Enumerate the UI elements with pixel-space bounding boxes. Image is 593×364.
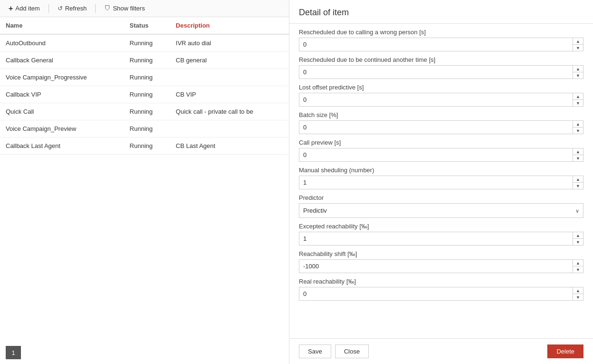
detail-body: Rescheduled due to calling a wrong perso…: [289, 24, 593, 338]
label-lost_offset: Lost offset predictive [s]: [299, 84, 583, 91]
spinners-real_reachability: ▲▼: [573, 287, 583, 300]
detail-title: Detail of item: [289, 0, 593, 24]
toolbar-divider2: [95, 4, 96, 13]
filter-label: Show filters: [113, 5, 145, 12]
input-real_reachability[interactable]: [299, 287, 583, 300]
cell-description: [170, 69, 289, 86]
col-name[interactable]: Name: [0, 17, 124, 34]
field-group-excepted_reachability: Excepted reachability [‰]▲▼: [299, 223, 583, 246]
spinners-batch_size: ▲▼: [573, 121, 583, 134]
spinner-down-real_reachability[interactable]: ▼: [573, 294, 583, 300]
items-table: Name Status Description AutoOutboundRunn…: [0, 17, 289, 155]
spinner-down-manual_scheduling[interactable]: ▼: [573, 183, 583, 189]
cell-status: Running: [124, 138, 170, 155]
refresh-button[interactable]: ↺ Refresh: [55, 3, 90, 13]
input-excepted_reachability[interactable]: [299, 232, 583, 245]
field-group-rescheduled_continued: Rescheduled due to be continued another …: [299, 56, 583, 79]
close-button[interactable]: Close: [335, 344, 369, 358]
cell-status: Running: [124, 69, 170, 86]
save-button[interactable]: Save: [299, 344, 331, 358]
input-rescheduled_continued[interactable]: [299, 66, 583, 79]
cell-status: Running: [124, 52, 170, 69]
spinner-down-rescheduled_wrong[interactable]: ▼: [573, 45, 583, 51]
spinner-up-excepted_reachability[interactable]: ▲: [573, 232, 583, 239]
plus-icon: +: [9, 4, 13, 13]
spinner-down-excepted_reachability[interactable]: ▼: [573, 239, 583, 245]
label-predictor: Predictor: [299, 194, 583, 201]
label-rescheduled_continued: Rescheduled due to be continued another …: [299, 56, 583, 63]
field-group-batch_size: Batch size [%]▲▼: [299, 111, 583, 134]
page-1-button[interactable]: 1: [6, 346, 21, 359]
input-wrap-real_reachability: ▲▼: [299, 287, 583, 301]
label-rescheduled_wrong: Rescheduled due to calling a wrong perso…: [299, 29, 583, 36]
table-row[interactable]: Voice Campaign_ProgressiveRunning: [0, 69, 289, 86]
table-row[interactable]: Voice Campaign_PreviewRunning: [0, 120, 289, 138]
spinner-up-call_preview[interactable]: ▲: [573, 148, 583, 155]
label-batch_size: Batch size [%]: [299, 111, 583, 118]
refresh-icon: ↺: [58, 5, 63, 12]
left-panel: + Add item ↺ Refresh ⛉ Show filters Name…: [0, 0, 289, 364]
input-wrap-call_preview: ▲▼: [299, 148, 583, 162]
cell-name: Voice Campaign_Preview: [0, 120, 124, 138]
col-status[interactable]: Status: [124, 17, 170, 34]
toolbar-divider: [49, 4, 49, 13]
table-body: AutoOutboundRunningIVR auto dialCallback…: [0, 34, 289, 155]
spinner-up-reachability_shift[interactable]: ▲: [573, 260, 583, 266]
input-call_preview[interactable]: [299, 148, 583, 161]
cell-name: Callback VIP: [0, 86, 124, 103]
spinner-down-lost_offset[interactable]: ▼: [573, 100, 583, 106]
select-wrap-predictor: PredictivProgressivePreviewManual∨: [299, 203, 583, 218]
form-section: Rescheduled due to calling a wrong perso…: [289, 24, 593, 310]
input-reachability_shift[interactable]: [299, 260, 583, 273]
label-real_reachability: Real reachability [‰]: [299, 278, 583, 285]
spinner-up-batch_size[interactable]: ▲: [573, 121, 583, 128]
input-wrap-rescheduled_wrong: ▲▼: [299, 38, 583, 51]
cell-name: Callback Last Agent: [0, 138, 124, 155]
spinners-reachability_shift: ▲▼: [573, 260, 583, 273]
spinner-down-batch_size[interactable]: ▼: [573, 128, 583, 134]
table-row[interactable]: Callback Last AgentRunningCB Last Agent: [0, 138, 289, 155]
input-manual_scheduling[interactable]: [299, 176, 583, 189]
select-predictor[interactable]: PredictivProgressivePreviewManual: [299, 204, 583, 217]
field-group-real_reachability: Real reachability [‰]▲▼: [299, 278, 583, 301]
cell-name: Callback General: [0, 52, 124, 69]
cell-description: IVR auto dial: [170, 34, 289, 52]
table-row[interactable]: Callback VIPRunningCB VIP: [0, 86, 289, 103]
cell-status: Running: [124, 103, 170, 120]
input-lost_offset[interactable]: [299, 93, 583, 106]
spinner-down-call_preview[interactable]: ▼: [573, 155, 583, 161]
input-wrap-batch_size: ▲▼: [299, 120, 583, 134]
add-item-button[interactable]: + Add item: [6, 3, 43, 14]
cell-name: Quick Call: [0, 103, 124, 120]
input-rescheduled_wrong[interactable]: [299, 38, 583, 51]
delete-button[interactable]: Delete: [547, 344, 583, 358]
table-row[interactable]: Callback GeneralRunningCB general: [0, 52, 289, 69]
show-filters-button[interactable]: ⛉ Show filters: [101, 3, 148, 13]
cell-status: Running: [124, 34, 170, 52]
spinners-manual_scheduling: ▲▼: [573, 176, 583, 189]
spinners-excepted_reachability: ▲▼: [573, 232, 583, 245]
spinner-up-real_reachability[interactable]: ▲: [573, 287, 583, 294]
table-row[interactable]: AutoOutboundRunningIVR auto dial: [0, 34, 289, 52]
field-group-rescheduled_wrong: Rescheduled due to calling a wrong perso…: [299, 29, 583, 51]
field-group-manual_scheduling: Manual sheduling (number)▲▼: [299, 167, 583, 189]
spinner-up-lost_offset[interactable]: ▲: [573, 93, 583, 100]
cell-description: CB Last Agent: [170, 138, 289, 155]
spinner-up-manual_scheduling[interactable]: ▲: [573, 176, 583, 183]
pagination: 1: [0, 341, 289, 364]
table-row[interactable]: Quick CallRunningQuick call - private ca…: [0, 103, 289, 120]
input-batch_size[interactable]: [299, 121, 583, 134]
field-group-reachability_shift: Reachability shift [‰]▲▼: [299, 250, 583, 273]
spinner-down-reachability_shift[interactable]: ▼: [573, 266, 583, 273]
cell-status: Running: [124, 120, 170, 138]
table-container: Name Status Description AutoOutboundRunn…: [0, 17, 289, 341]
cell-description: CB general: [170, 52, 289, 69]
spinner-down-rescheduled_continued[interactable]: ▼: [573, 72, 583, 79]
cell-description: Quick call - private call to be: [170, 103, 289, 120]
cell-name: AutoOutbound: [0, 34, 124, 52]
input-wrap-manual_scheduling: ▲▼: [299, 176, 583, 189]
spinners-call_preview: ▲▼: [573, 148, 583, 161]
spinner-up-rescheduled_continued[interactable]: ▲: [573, 66, 583, 72]
spinner-up-rescheduled_wrong[interactable]: ▲: [573, 38, 583, 45]
col-description[interactable]: Description: [170, 17, 289, 34]
